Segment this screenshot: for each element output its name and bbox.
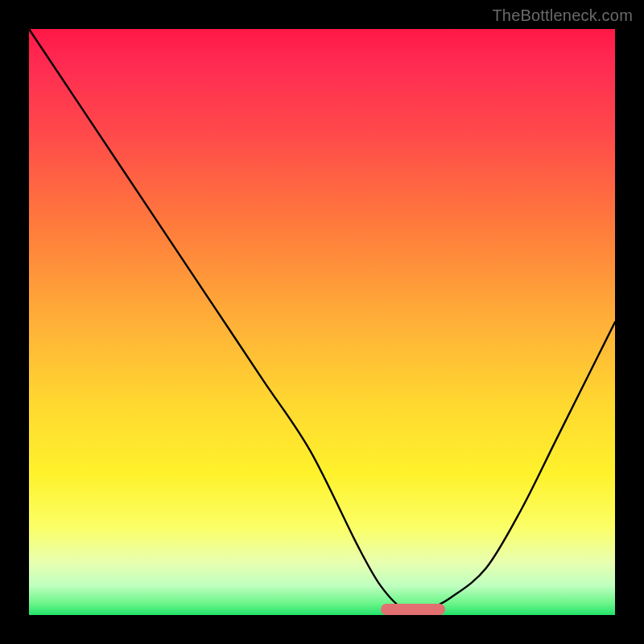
optimal-range-marker <box>381 604 445 615</box>
watermark-text: TheBottleneck.com <box>492 6 633 25</box>
curve-svg <box>29 29 615 615</box>
plot-area <box>29 29 615 615</box>
bottleneck-curve-path <box>29 29 615 612</box>
chart-container: TheBottleneck.com <box>0 0 644 644</box>
